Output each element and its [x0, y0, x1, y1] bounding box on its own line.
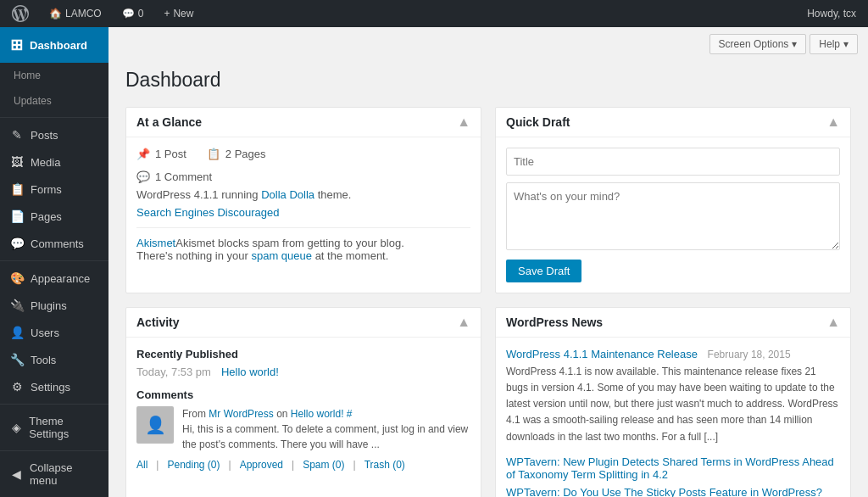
quick-draft-toggle[interactable]: ▲ [826, 114, 840, 130]
glance-wp-version: WordPress 4.1.1 running Dolla Dolla them… [136, 188, 470, 201]
search-engines-link[interactable]: Search Engines Discouraged [136, 206, 470, 219]
filter-trash[interactable]: Trash (0) [364, 459, 405, 471]
sidebar-item-users[interactable]: 👤 Users [0, 319, 108, 346]
page-icon: 📋 [207, 148, 220, 160]
howdy-text: Howdy, tcx [807, 8, 856, 20]
activity-widget: Activity ▲ Recently Published Today, 7:5… [125, 307, 481, 497]
sidebar-tools-label: Tools [31, 354, 56, 366]
sidebar-item-appearance[interactable]: 🎨 Appearance [0, 265, 108, 292]
sidebar-divider-3 [0, 404, 108, 405]
sidebar-home-label: Home [14, 70, 41, 81]
posts-icon: ✎ [10, 128, 24, 142]
pages-icon: 📄 [10, 209, 24, 223]
admin-bar: 🏠 LAMCO 💬 0 + New Howdy, tcx [0, 0, 868, 27]
sidebar-item-comments[interactable]: 💬 Comments [0, 230, 108, 257]
theme-link[interactable]: Dolla Dolla [261, 188, 314, 201]
howdy-button[interactable]: Howdy, tcx [802, 0, 861, 27]
wordpress-news-header: WordPress News ▲ [496, 308, 850, 338]
filter-spam[interactable]: Spam (0) [303, 459, 344, 471]
plugins-icon: 🔌 [10, 299, 24, 312]
comment-count: 0 [138, 8, 144, 20]
filter-approved[interactable]: Approved [240, 459, 283, 471]
sidebar-users-label: Users [31, 327, 59, 339]
wp-logo-button[interactable] [7, 0, 34, 27]
draft-body-input[interactable] [506, 182, 840, 250]
comment-body: Hi, this is a comment. To delete a comme… [182, 422, 470, 452]
sidebar-item-home[interactable]: Home [0, 63, 108, 88]
plus-icon: + [164, 8, 170, 20]
news-1-title-link[interactable]: WordPress 4.1.1 Maintenance Release [506, 348, 698, 360]
at-a-glance-title: At a Glance [136, 115, 202, 129]
help-button[interactable]: Help ▾ [810, 34, 858, 54]
sidebar-item-plugins[interactable]: 🔌 Plugins [0, 292, 108, 319]
sidebar-item-tools[interactable]: 🔧 Tools [0, 346, 108, 373]
comment-post-link[interactable]: Hello world! # [291, 408, 353, 420]
action-sep-3: | [292, 459, 294, 471]
action-sep-1: | [156, 459, 159, 471]
sidebar-item-forms[interactable]: 📋 Forms [0, 176, 108, 203]
sidebar-item-theme-settings[interactable]: ◈ Theme Settings [0, 408, 108, 447]
filter-all[interactable]: All [136, 459, 147, 471]
at-a-glance-toggle[interactable]: ▲ [457, 114, 470, 130]
activity-title: Activity [136, 316, 180, 329]
action-sep-2: | [229, 459, 231, 471]
sidebar-item-updates[interactable]: Updates [0, 88, 108, 114]
wordpress-news-title: WordPress News [506, 316, 603, 329]
action-sep-4: | [353, 459, 356, 471]
site-name: LAMCO [65, 8, 102, 20]
commenter-link[interactable]: Mr WordPress [209, 408, 273, 420]
quick-draft-title: Quick Draft [506, 115, 570, 129]
sidebar-divider-2 [0, 260, 108, 261]
screen-options-label: Screen Options [719, 38, 789, 50]
main-wrapper: Screen Options ▾ Help ▾ Dashboard At a G… [108, 27, 868, 497]
glance-akismet: AkismetAkismet blocks spam from getting … [136, 227, 470, 262]
sidebar-collapse-label: Collapse menu [30, 461, 98, 487]
spam-queue-link[interactable]: spam queue [251, 249, 312, 262]
comments-icon: 💬 [10, 237, 24, 250]
sidebar-dashboard-header[interactable]: ⊞ Dashboard [0, 27, 108, 63]
comments-button[interactable]: 💬 0 [117, 0, 149, 27]
sidebar-theme-settings-label: Theme Settings [29, 415, 98, 440]
activity-post-link[interactable]: Hello world! [221, 366, 279, 378]
sidebar-divider-4 [0, 450, 108, 451]
glance-posts-link[interactable]: 📌 1 Post [136, 148, 186, 160]
site-name-button[interactable]: 🏠 LAMCO [44, 0, 107, 27]
wp-logo-icon [12, 5, 29, 22]
akismet-link[interactable]: Akismet [136, 237, 175, 249]
glance-post-count: 1 Post [155, 148, 186, 160]
page-title: Dashboard [125, 68, 851, 93]
dashboard-icon: ⊞ [10, 36, 23, 54]
quick-draft-header: Quick Draft ▲ [496, 108, 850, 137]
wordpress-news-toggle[interactable]: ▲ [826, 315, 840, 330]
sidebar-dashboard-label: Dashboard [30, 39, 87, 52]
sidebar-updates-label: Updates [14, 95, 52, 107]
news-1-date: February 18, 2015 [708, 349, 791, 360]
sidebar-item-pages[interactable]: 📄 Pages [0, 203, 108, 230]
news-item-1: WordPress 4.1.1 Maintenance Release Febr… [506, 348, 840, 445]
activity-toggle[interactable]: ▲ [457, 315, 470, 330]
activity-time: Today, 7:53 pm [136, 366, 211, 378]
appearance-icon: 🎨 [10, 271, 24, 285]
draft-title-input[interactable] [506, 148, 840, 176]
glance-stats: 📌 1 Post 📋 2 Pages [136, 148, 470, 160]
news-3-link[interactable]: WPTavern: Do You Use The Sticky Posts Fe… [506, 486, 840, 497]
at-a-glance-body: 📌 1 Post 📋 2 Pages 💬 1 Comment [126, 137, 481, 272]
glance-pages-link[interactable]: 📋 2 Pages [207, 148, 266, 160]
sidebar-item-settings[interactable]: ⚙ Settings [0, 373, 108, 400]
sidebar-item-posts[interactable]: ✎ Posts [0, 121, 108, 148]
new-button[interactable]: + New [159, 0, 198, 27]
sidebar-media-label: Media [31, 156, 60, 169]
users-icon: 👤 [10, 326, 24, 339]
quick-draft-body: Save Draft [496, 137, 850, 293]
sidebar-plugins-label: Plugins [31, 299, 67, 312]
glance-comments-link[interactable]: 💬 1 Comment [136, 170, 470, 183]
sidebar-item-media[interactable]: 🖼 Media [0, 148, 108, 176]
screen-options-button[interactable]: Screen Options ▾ [709, 34, 807, 54]
filter-pending[interactable]: Pending (0) [167, 459, 220, 471]
sidebar-item-collapse[interactable]: ◀ Collapse menu [0, 455, 108, 494]
news-2-link[interactable]: WPTavern: New Plugin Detects Shared Term… [506, 455, 840, 481]
save-draft-button[interactable]: Save Draft [506, 260, 581, 282]
comment-content: From Mr WordPress on Hello world! # Hi, … [182, 406, 470, 452]
comment-icon: 💬 [122, 8, 135, 20]
news-1-body: WordPress 4.1.1 is now available. This m… [506, 364, 840, 445]
